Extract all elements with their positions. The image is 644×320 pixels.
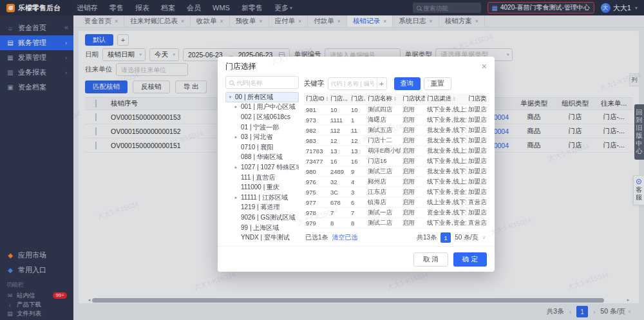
modal-cell: 32: [328, 178, 349, 185]
modal-cell: 批发业务,线下业...: [425, 136, 466, 145]
modal-search-button[interactable]: 查询: [394, 77, 421, 90]
tree-expand-icon: ▾: [227, 95, 233, 100]
modal-table-row-10[interactable]: 97877测试一店启用资金业务,线下业...加盟店: [304, 208, 487, 218]
tree-node-3[interactable]: 01 | 宁波一部: [225, 122, 299, 133]
modal-cell: 678: [328, 199, 349, 206]
modal-cell: 16: [349, 158, 366, 165]
modal-column-header-2[interactable]: 门店...▲▼: [349, 95, 366, 103]
modal-table-body: 9811010测试四店启用线下业务,线上业...加盟店97311111海曙店启用…: [304, 105, 487, 229]
modal-cell: 976: [304, 178, 328, 185]
modal-cell: 979: [304, 220, 328, 227]
modal-body: ▾00 | 所有区域▸001 | 用户中心区域002 | 区域0618cs01 …: [218, 76, 495, 246]
modal-table-row-4[interactable]: 717831313萌洋E商小镇店启用批发业务,线上业...加盟店: [304, 146, 487, 156]
tree-node-8[interactable]: 111 | 直营店: [225, 173, 299, 183]
modal-cell: 启用: [401, 178, 425, 186]
modal-pagination: 共13条 1 50 条/页 ∨: [417, 232, 486, 243]
sort-icon[interactable]: ▲▼: [453, 97, 456, 101]
modal-cell: 启用: [401, 136, 425, 145]
modal-column-label: 门店类型: [468, 95, 487, 103]
modal-cell: 12: [349, 137, 366, 144]
modal-table-row-5[interactable]: 734771616门店16启用线下业务,线上业...加盟店: [304, 156, 487, 167]
tree-node-7[interactable]: ▸1027 | 1027 特殊区域: [225, 162, 299, 173]
selected-count: 已选1条: [305, 234, 328, 241]
modal-cell: 10: [328, 106, 349, 113]
tree-node-12[interactable]: 9026 | GS测试区域: [225, 212, 299, 223]
modal-page-button[interactable]: 1: [440, 232, 451, 243]
modal-cell: 16: [328, 158, 349, 165]
modal-cell: 8: [328, 220, 349, 227]
modal-table-row-1[interactable]: 97311111海曙店启用线下业务,批发业...加盟店: [304, 115, 487, 126]
modal-cell: 直营店: [466, 198, 487, 207]
modal-cell: 测试二店: [366, 219, 401, 227]
modal-cell: 加盟店: [466, 106, 487, 114]
modal-table-row-8[interactable]: 9753C3江东店启用线下业务,资金业...加盟店: [304, 187, 487, 198]
add-keyword-icon[interactable]: +: [377, 78, 386, 89]
confirm-button[interactable]: 确 定: [453, 252, 487, 267]
sort-icon[interactable]: ▲▼: [393, 97, 397, 101]
tree-node-0[interactable]: ▾00 | 所有区域: [225, 92, 299, 102]
tree-node-9[interactable]: 111000 | 重庆: [225, 182, 299, 193]
modal-cell: 加盟店: [466, 136, 487, 145]
modal-cell: 加盟店: [466, 116, 487, 124]
modal-reset-button[interactable]: 重置: [424, 77, 451, 90]
modal-column-header-3[interactable]: 门店名称▲▼: [366, 95, 401, 103]
modal-column-header-1[interactable]: 门店...▲▼: [328, 95, 349, 103]
tree-node-10[interactable]: ▸11111 | 江苏区域: [225, 193, 299, 203]
tree-node-2[interactable]: 002 | 区域0618cs: [225, 112, 299, 122]
modal-table-row-9[interactable]: 9776786镇海店启用线上业务,线下业...直营店: [304, 198, 487, 208]
modal-cell: 海曙店: [366, 116, 401, 124]
modal-column-header-6[interactable]: 门店类型▲▼: [466, 95, 487, 103]
modal-cell: 12: [328, 137, 349, 144]
modal-cell: 线下业务,线上业...: [425, 157, 466, 165]
tree-search[interactable]: [225, 76, 299, 89]
keyword-box: +: [328, 77, 387, 90]
tree-node-label: 002 | 区域0618cs: [241, 113, 290, 122]
modal-cell: 线上业务,线下业...: [425, 198, 466, 207]
modal-cell: 江东店: [366, 188, 401, 196]
modal-cell: 4: [349, 178, 366, 185]
modal-cell: 11: [349, 127, 366, 134]
tree-node-11[interactable]: 1219 | 蒋道理: [225, 203, 299, 213]
tree-node-13[interactable]: 99 | 上海区域: [225, 223, 299, 233]
modal-column-header-4[interactable]: 门店状态▲▼: [401, 95, 425, 103]
modal-table-row-0[interactable]: 9811010测试四店启用线下业务,线上业...加盟店: [304, 105, 487, 115]
modal-cell: 73477: [304, 158, 328, 165]
modal-column-label: 门店...: [330, 95, 348, 103]
tree-search-input[interactable]: [236, 79, 295, 86]
modal-column-label: 门店...: [351, 95, 366, 103]
tree-node-5[interactable]: 0710 | 襄阳: [225, 142, 299, 153]
modal-table-row-7[interactable]: 976324鄞州店启用线下业务,线上业...加盟店: [304, 177, 487, 187]
cancel-button[interactable]: 取 消: [413, 252, 448, 267]
modal-filter-row: 关键字 + 查询 重置: [304, 76, 487, 91]
close-icon[interactable]: ×: [482, 62, 487, 71]
modal-footer: 取 消 确 定: [218, 246, 495, 272]
modal-table-row-6[interactable]: 98024899测试三店启用批发业务,线下业...加盟店: [304, 167, 487, 177]
modal-cell: 3C: [328, 189, 349, 196]
clear-selection-link[interactable]: 清空已选: [332, 234, 358, 241]
modal-table-row-2[interactable]: 98211211测试五店启用批发业务,线下业...加盟店: [304, 126, 487, 136]
tree-node-14[interactable]: YNDX | 翌牛测试: [225, 232, 299, 243]
modal-cell: 982: [304, 127, 328, 134]
tree-node-4[interactable]: ▸03 | 河北省: [225, 132, 299, 142]
tree-node-label: 9026 | GS测试区域: [241, 213, 296, 222]
store-select-modal: 门店选择 × ▾00 | 所有区域▸001 | 用户中心区域002 | 区域06…: [218, 57, 495, 272]
modal-cell: 981: [304, 106, 328, 113]
keyword-input[interactable]: [328, 80, 377, 87]
modal-column-label: 门店名称: [368, 95, 392, 103]
modal-page-size-select[interactable]: 50 条/页: [455, 233, 478, 242]
modal-cell: 直营店: [466, 219, 487, 227]
modal-cell: 萌洋E商小镇店: [366, 147, 401, 155]
modal-cell: 980: [304, 168, 328, 175]
modal-cell: 启用: [401, 167, 425, 176]
tree-node-6[interactable]: 088 | 华南区域: [225, 153, 299, 163]
modal-table-row-3[interactable]: 9831212门店十二启用批发业务,线下业...加盟店: [304, 136, 487, 146]
modal-column-header-5[interactable]: 门店渠道▲▼: [425, 95, 466, 103]
tree-node-1[interactable]: ▸001 | 用户中心区域: [225, 102, 299, 113]
modal-column-header-0[interactable]: 门店ID▲▼: [304, 95, 328, 103]
tree-node-label: 99 | 上海区域: [241, 223, 279, 232]
modal-cell: 门店16: [366, 157, 401, 165]
modal-cell: 测试一店: [366, 209, 401, 217]
modal-cell: 启用: [401, 116, 425, 124]
modal-cell: 镇海店: [366, 198, 401, 207]
modal-table-row-11[interactable]: 97988测试二店启用线下业务,资金业...直营店: [304, 218, 487, 229]
